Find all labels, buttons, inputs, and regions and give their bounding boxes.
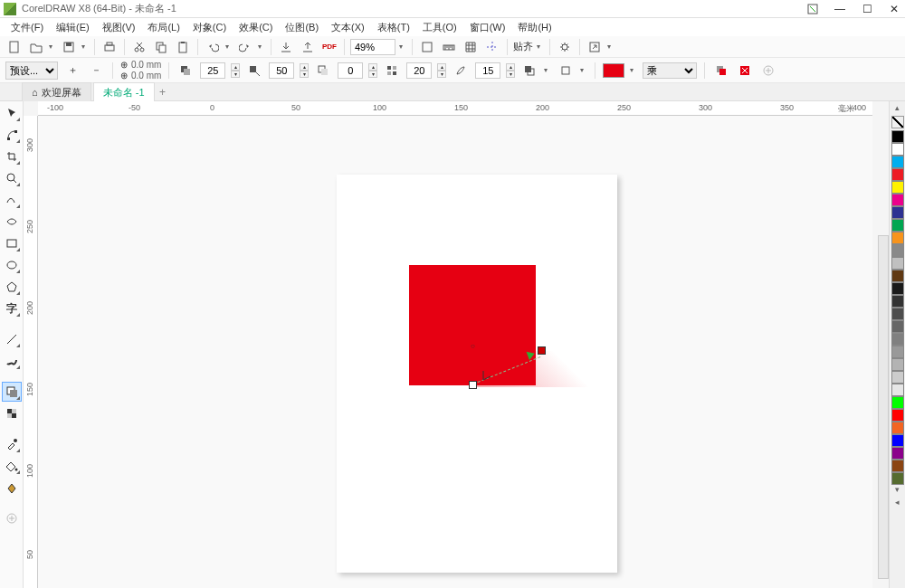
- color-dropdown-icon[interactable]: ▾: [630, 66, 637, 74]
- menu-help[interactable]: 帮助(H): [512, 19, 557, 36]
- color-swatch[interactable]: [891, 308, 904, 320]
- stretch-spinner[interactable]: ▴▾: [437, 63, 446, 78]
- snap-dropdown-icon[interactable]: ▾: [537, 43, 544, 51]
- shadow-stretch-input[interactable]: [406, 62, 432, 79]
- quick-customize-button[interactable]: [2, 508, 22, 528]
- cut-button[interactable]: [130, 38, 148, 56]
- color-swatch[interactable]: [891, 206, 904, 219]
- rectangle-tool[interactable]: [2, 233, 22, 253]
- feather-edge-button[interactable]: [557, 62, 575, 80]
- menu-object[interactable]: 对象(C): [187, 19, 232, 36]
- menu-file[interactable]: 文件(F): [5, 19, 49, 36]
- color-swatch[interactable]: [891, 257, 904, 270]
- shadow-fade-button[interactable]: [314, 62, 332, 80]
- color-swatch[interactable]: [891, 333, 904, 346]
- copy-button[interactable]: [152, 38, 170, 56]
- ellipse-tool[interactable]: [2, 255, 22, 275]
- menu-tools[interactable]: 工具(O): [417, 19, 462, 36]
- shadow-color-swatch[interactable]: [603, 63, 624, 78]
- color-swatch[interactable]: [891, 282, 904, 295]
- shadow-angle-input[interactable]: [269, 62, 294, 79]
- add-preset-button[interactable]: ＋: [63, 62, 81, 80]
- color-swatch[interactable]: [891, 244, 904, 257]
- options-button[interactable]: [556, 38, 574, 56]
- zoom-tool[interactable]: [2, 168, 22, 188]
- shadow-direction-button[interactable]: [176, 62, 195, 80]
- color-swatch[interactable]: [891, 358, 904, 371]
- palette-flyout-icon[interactable]: ◂: [895, 498, 900, 507]
- color-swatch[interactable]: [891, 371, 904, 384]
- drawing-page[interactable]: ○: [337, 175, 617, 573]
- freehand-tool[interactable]: [2, 190, 22, 210]
- maximize-button[interactable]: ☐: [860, 3, 874, 15]
- color-swatch[interactable]: [891, 472, 904, 485]
- export-button[interactable]: [299, 38, 317, 56]
- menu-layout[interactable]: 布局(L): [142, 19, 185, 36]
- fill-tool[interactable]: [2, 456, 22, 476]
- menu-text[interactable]: 文本(X): [326, 19, 370, 36]
- horizontal-ruler[interactable]: -100 -50 0 50 100 150 200 250 300 350 40…: [38, 101, 872, 116]
- transparency-tool[interactable]: [2, 403, 22, 423]
- shadow-stretch-button[interactable]: [383, 62, 401, 80]
- opacity-spinner[interactable]: ▴▾: [231, 63, 240, 78]
- open-button[interactable]: [27, 38, 45, 56]
- print-button[interactable]: [100, 38, 119, 56]
- tab-document[interactable]: 未命名 -1: [93, 82, 155, 102]
- red-rectangle-object[interactable]: [409, 265, 536, 385]
- eyedropper-tool[interactable]: [2, 434, 22, 454]
- undo-dropdown-icon[interactable]: ▾: [225, 43, 233, 51]
- launcher-dropdown-icon[interactable]: ▾: [607, 43, 614, 51]
- palette-scroll-down-icon[interactable]: ▾: [895, 485, 900, 494]
- artistic-media-tool[interactable]: [2, 212, 22, 232]
- zoom-level-input[interactable]: [350, 39, 395, 55]
- show-rulers-button[interactable]: [440, 38, 458, 56]
- save-button[interactable]: [60, 38, 78, 56]
- color-swatch[interactable]: [891, 168, 904, 181]
- menu-edit[interactable]: 编辑(E): [51, 19, 95, 36]
- shadow-opacity-input[interactable]: [200, 62, 225, 79]
- more-button[interactable]: [759, 62, 777, 80]
- palette-scroll-up-icon[interactable]: ▴: [895, 103, 900, 112]
- menu-table[interactable]: 表格(T): [372, 19, 415, 36]
- no-fill-swatch[interactable]: [891, 116, 904, 128]
- shadow-end-handle[interactable]: [538, 346, 546, 355]
- redo-button[interactable]: [236, 38, 254, 56]
- color-swatch[interactable]: [891, 194, 904, 206]
- new-tab-button[interactable]: +: [157, 86, 169, 99]
- connector-tool[interactable]: [2, 351, 22, 371]
- dimension-tool[interactable]: [2, 329, 22, 349]
- color-swatch[interactable]: [891, 232, 904, 244]
- shadow-start-handle[interactable]: [469, 381, 477, 389]
- color-swatch[interactable]: [891, 320, 904, 333]
- menu-effects[interactable]: 效果(C): [233, 19, 278, 36]
- preset-select[interactable]: 预设...: [5, 62, 58, 80]
- color-swatch[interactable]: [891, 346, 904, 358]
- color-swatch[interactable]: [891, 422, 904, 434]
- color-swatch[interactable]: [891, 460, 904, 472]
- color-swatch[interactable]: [891, 130, 904, 143]
- shadow-angle-button[interactable]: [245, 62, 263, 80]
- color-swatch[interactable]: [891, 434, 904, 447]
- angle-spinner[interactable]: ▴▾: [300, 63, 309, 78]
- save-dropdown-icon[interactable]: ▾: [81, 43, 89, 51]
- feather-spinner[interactable]: ▴▾: [506, 63, 515, 78]
- vertical-ruler[interactable]: 300 250 200 150 100 50 0: [24, 116, 38, 588]
- redo-dropdown-icon[interactable]: ▾: [258, 43, 265, 51]
- aux-window-button[interactable]: [805, 3, 820, 15]
- canvas-area[interactable]: ✕ -100 -50 0 50 100 150 200 250 300 350 …: [24, 101, 889, 588]
- clear-shadow-button[interactable]: [736, 62, 754, 80]
- blend-mode-select[interactable]: 乘: [643, 62, 697, 79]
- vertical-scrollbar[interactable]: [878, 235, 889, 579]
- crop-tool[interactable]: [2, 147, 22, 166]
- color-swatch[interactable]: [891, 156, 904, 168]
- tab-welcome[interactable]: ⌂ 欢迎屏幕: [22, 82, 91, 102]
- import-button[interactable]: [277, 38, 295, 56]
- new-button[interactable]: [5, 38, 24, 56]
- remove-preset-button[interactable]: －: [87, 62, 105, 80]
- show-guides-button[interactable]: [483, 38, 501, 56]
- paste-button[interactable]: [174, 38, 192, 56]
- menu-bitmap[interactable]: 位图(B): [280, 19, 324, 36]
- undo-button[interactable]: [204, 38, 222, 56]
- zoom-dropdown-icon[interactable]: ▾: [399, 43, 406, 51]
- publish-pdf-button[interactable]: PDF: [320, 38, 338, 56]
